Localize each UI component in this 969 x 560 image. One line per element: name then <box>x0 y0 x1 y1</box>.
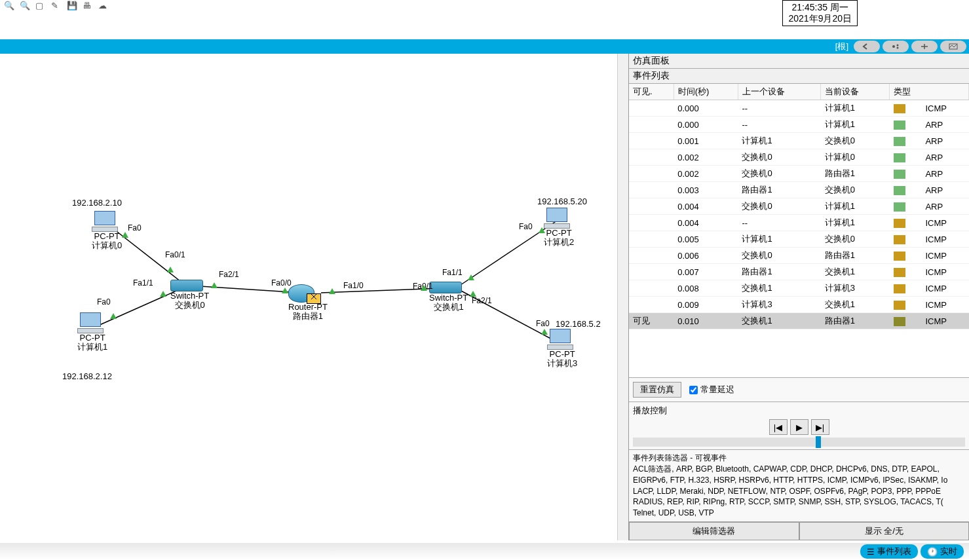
cell-type: ICMP <box>921 215 968 231</box>
cell-type: ICMP <box>921 280 968 297</box>
link-status-icon <box>329 288 335 294</box>
event-row[interactable]: 0.002 交换机0 计算机0 ARP <box>629 149 969 166</box>
col-curr[interactable]: 当前设备 <box>821 84 890 100</box>
pc-icon <box>77 312 104 333</box>
cell-time: 0.008 <box>674 280 738 297</box>
cell-type: ICMP <box>921 100 968 117</box>
print-icon[interactable]: 🖶 <box>83 1 93 11</box>
nav-background-button[interactable] <box>940 41 966 52</box>
rt-fa10: Fa1/0 <box>343 281 364 290</box>
bottom-bar: ☰ 事件列表 🕐 实时 <box>0 543 969 560</box>
constant-delay-input[interactable] <box>689 386 698 394</box>
pc1-node[interactable]: PC-PT 计算机1 <box>77 312 107 352</box>
event-list-title: 事件列表 <box>629 69 969 84</box>
event-row[interactable]: 0.009 计算机3 交换机1 ICMP <box>629 297 969 313</box>
cell-visible <box>629 215 674 231</box>
cell-prev: 交换机1 <box>738 280 820 297</box>
link-status-icon <box>541 329 548 335</box>
nav-cluster-button[interactable] <box>883 41 909 52</box>
cell-visible <box>629 149 674 166</box>
cell-curr: 计算机1 <box>821 117 890 133</box>
cell-time: 0.002 <box>674 149 738 166</box>
sim-controls: 重置仿真 常量延迟 <box>629 377 969 401</box>
skip-forward-button[interactable]: ▶| <box>811 419 829 435</box>
pc2-port: Fa0 <box>519 222 533 231</box>
event-row[interactable]: 0.005 计算机1 交换机0 ICMP <box>629 231 969 248</box>
skip-back-button[interactable]: |◀ <box>769 419 788 435</box>
sim-panel-title: 仿真面板 <box>629 54 969 69</box>
cell-type: ARP <box>921 149 968 166</box>
slider-thumb[interactable] <box>816 436 821 448</box>
constant-delay-checkbox[interactable]: 常量延迟 <box>689 384 734 396</box>
window-icon[interactable]: ▢ <box>35 1 46 11</box>
rt-fa00: Fa0/0 <box>271 278 292 288</box>
edit-icon[interactable]: ✎ <box>51 1 62 11</box>
cell-time: 0.005 <box>674 231 738 248</box>
cell-type: ICMP <box>921 264 968 280</box>
svg-point-2 <box>897 47 899 49</box>
link-status-icon <box>122 232 128 238</box>
cell-visible <box>629 231 674 248</box>
reset-simulation-button[interactable]: 重置仿真 <box>633 382 681 398</box>
edit-filters-button[interactable]: 编辑筛选器 <box>629 522 799 540</box>
col-visible[interactable]: 可见. <box>629 84 674 100</box>
cell-curr: 路由器1 <box>821 166 890 182</box>
canvas-scrollbar[interactable] <box>618 54 628 540</box>
realtime-toggle[interactable]: 🕐 实时 <box>921 544 964 559</box>
nav-move-button[interactable] <box>911 41 938 52</box>
event-row[interactable]: 0.008 交换机1 计算机3 ICMP <box>629 280 969 297</box>
event-row[interactable]: 0.004 -- 计算机1 ICMP <box>629 215 969 231</box>
play-controls: 播放控制 |◀ ▶ ▶| <box>629 401 969 449</box>
topology-canvas[interactable]: 192.168.2.10 PC-PT 计算机0 Fa0 PC-PT 计算机1 F… <box>0 54 618 540</box>
switch-icon <box>170 280 203 291</box>
link-status-icon <box>468 274 474 280</box>
cell-prev: 计算机3 <box>738 297 820 313</box>
cloud-icon[interactable]: ☁ <box>98 1 109 11</box>
cell-curr: 路由器1 <box>821 248 890 264</box>
zoom-out-icon[interactable]: 🔍 <box>4 1 14 11</box>
link-status-icon <box>211 282 218 288</box>
link-status-icon <box>282 288 288 293</box>
save-icon[interactable]: 💾 <box>67 1 77 11</box>
cell-time: 0.006 <box>674 248 738 264</box>
pc-icon <box>544 208 570 229</box>
play-slider[interactable] <box>633 438 965 447</box>
event-row[interactable]: 可见 0.010 交换机1 路由器1 ICMP <box>629 313 969 329</box>
col-type[interactable]: 类型 <box>890 84 969 100</box>
event-row[interactable]: 0.007 路由器1 交换机1 ICMP <box>629 264 969 280</box>
event-row[interactable]: 0.006 交换机0 路由器1 ICMP <box>629 248 969 264</box>
cell-color <box>890 231 922 248</box>
root-label[interactable]: [根] <box>835 41 848 52</box>
cell-type: ICMP <box>921 231 968 248</box>
col-prev[interactable]: 上一个设备 <box>738 84 820 100</box>
show-all-none-button[interactable]: 显示 全/无 <box>799 522 970 540</box>
event-row[interactable]: 0.002 交换机0 路由器1 ARP <box>629 166 969 182</box>
event-row[interactable]: 0.004 交换机0 计算机1 ARP <box>629 198 969 215</box>
sw1-fa21: Fa2/1 <box>472 296 492 305</box>
event-list-table[interactable]: 可见. 时间(秒) 上一个设备 当前设备 类型 0.000 -- 计算机1 IC… <box>629 84 969 377</box>
packet-envelope-icon <box>307 293 321 304</box>
zoom-in-icon[interactable]: 🔍 <box>20 1 30 11</box>
cell-color <box>890 248 922 264</box>
cell-prev: -- <box>738 100 820 117</box>
event-row[interactable]: 0.000 -- 计算机1 ICMP <box>629 100 969 117</box>
cell-time: 0.002 <box>674 166 738 182</box>
event-row[interactable]: 0.000 -- 计算机1 ARP <box>629 117 969 133</box>
switch0-node[interactable]: Switch-PT 交换机0 <box>170 280 209 310</box>
cell-color <box>890 117 922 133</box>
event-row[interactable]: 0.001 计算机1 交换机0 ARP <box>629 133 969 149</box>
event-row[interactable]: 0.003 路由器1 交换机0 ARP <box>629 182 969 198</box>
nav-back-button[interactable] <box>854 41 880 52</box>
router1-node[interactable]: Router-PT 路由器1 <box>288 284 328 322</box>
cell-prev: 交换机0 <box>738 166 820 182</box>
event-list-toggle[interactable]: ☰ 事件列表 <box>860 544 918 559</box>
col-time[interactable]: 时间(秒) <box>674 84 738 100</box>
svg-point-0 <box>892 45 895 48</box>
play-button[interactable]: ▶ <box>790 419 808 435</box>
pc0-node[interactable]: PC-PT 计算机0 <box>92 211 122 251</box>
cell-type: ARP <box>921 166 968 182</box>
pc3-node[interactable]: PC-PT 计算机3 <box>547 329 577 369</box>
pc2-node[interactable]: PC-PT 计算机2 <box>544 208 574 248</box>
switch1-node[interactable]: Switch-PT 交换机1 <box>429 282 468 312</box>
cell-curr: 路由器1 <box>821 313 890 329</box>
